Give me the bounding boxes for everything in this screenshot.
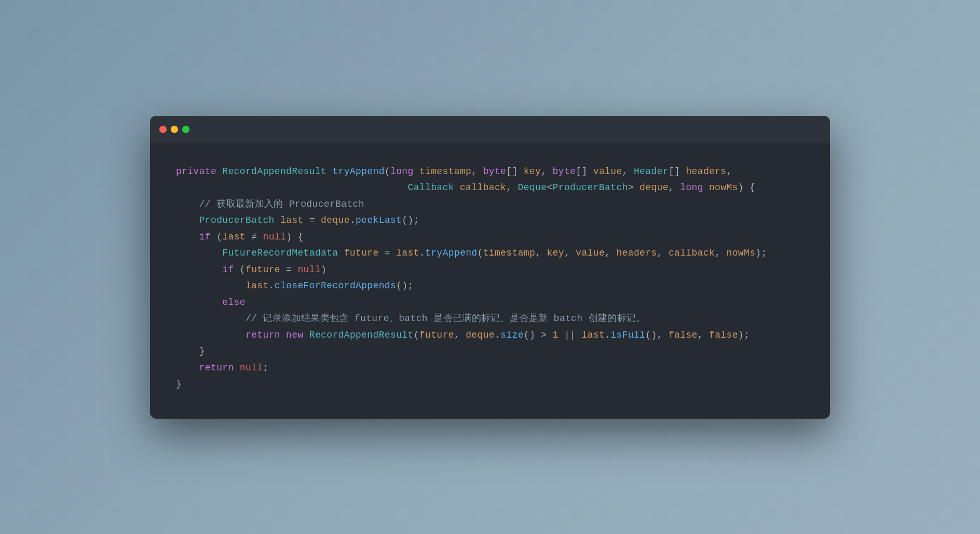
maximize-button[interactable] (182, 126, 189, 133)
code-line: // 记录添加结果类包含 future、batch 是否已满的标记、是否是新 b… (176, 311, 804, 327)
code-line: } (176, 376, 804, 393)
titlebar (150, 116, 830, 143)
code-line: private RecordAppendResult tryAppend(lon… (176, 164, 804, 180)
code-line: last.closeForRecordAppends(); (176, 278, 804, 295)
code-line: FutureRecordMetadata future = last.tryAp… (176, 245, 804, 262)
code-line: } (176, 343, 804, 360)
code-line: return null; (176, 360, 804, 377)
code-line: if (future = null) (176, 262, 804, 278)
code-line: Callback callback, Deque<ProducerBatch> … (176, 180, 804, 196)
close-button[interactable] (159, 126, 167, 133)
code-line: ProducerBatch last = deque.peekLast(); (176, 212, 804, 229)
minimize-button[interactable] (171, 126, 178, 133)
code-editor[interactable]: private RecordAppendResult tryAppend(lon… (150, 143, 830, 419)
code-line: else (176, 295, 804, 311)
code-line: if (last ≠ null) { (176, 229, 804, 246)
code-line: // 获取最新加入的 ProducerBatch (176, 196, 804, 213)
code-window: private RecordAppendResult tryAppend(lon… (150, 116, 830, 419)
code-line: return new RecordAppendResult(future, de… (176, 327, 804, 344)
